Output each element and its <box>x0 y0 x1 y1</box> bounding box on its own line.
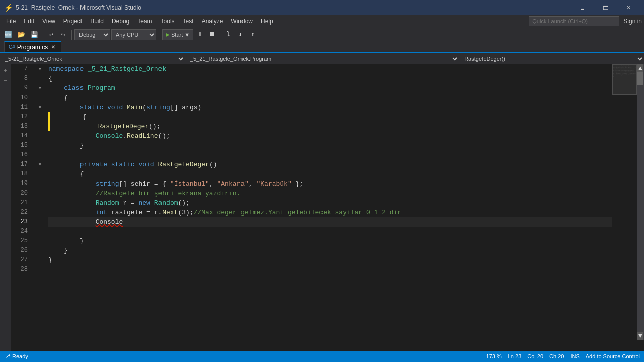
fold-indicator-27 <box>36 255 44 265</box>
code-line-28[interactable] <box>48 265 612 275</box>
text-cursor <box>123 218 123 226</box>
menu-help[interactable]: Help <box>257 15 277 27</box>
menu-tools[interactable]: Tools <box>156 15 179 27</box>
namespace-dropdown[interactable]: _5_21_Rastgele_Ornek.Program <box>185 53 459 64</box>
platform-dropdown[interactable]: Any CPU x86 x64 <box>111 29 156 40</box>
code-line-17[interactable]: private static void RastgeleDeger() <box>48 160 612 169</box>
col-status[interactable]: Col 20 <box>527 353 543 359</box>
code-line-8[interactable]: { <box>48 74 612 83</box>
ins-status[interactable]: INS <box>570 353 579 359</box>
code-line-12[interactable]: { <box>48 112 612 122</box>
redo-button[interactable]: ↪ <box>58 29 69 40</box>
toolbar: 🆕 📂 💾 ↩ ↪ Debug Release Any CPU x86 x64 … <box>0 27 644 42</box>
start-label: Start <box>171 32 183 38</box>
vertical-scrollbar[interactable]: ▲ ▼ <box>637 64 644 340</box>
menu-view[interactable]: View <box>38 15 59 27</box>
fold-indicator-15 <box>36 141 44 150</box>
code-line-21[interactable]: Random r = new Random(); <box>48 198 612 208</box>
start-dropdown-icon[interactable]: ▼ <box>184 32 190 38</box>
fold-indicator-19 <box>36 179 44 189</box>
line-number-9: 9 <box>13 83 32 93</box>
add-to-source-label: Add to Source Control <box>586 353 640 359</box>
code-line-13[interactable]: RastgeleDeger(); <box>48 122 612 131</box>
ch-value: Ch 20 <box>549 353 564 359</box>
stop-button[interactable]: ⏹ <box>206 29 217 40</box>
code-line-10[interactable]: { <box>48 93 612 103</box>
code-line-25[interactable]: } <box>48 236 612 246</box>
code-line-11[interactable]: static void Main(string[] args) <box>48 103 612 112</box>
quick-launch-input[interactable] <box>529 16 619 26</box>
fold-indicator-8 <box>36 74 44 83</box>
tab-close-button[interactable]: ✕ <box>50 44 57 51</box>
tab-bar: C# Program.cs ✕ <box>0 42 644 53</box>
code-line-16[interactable] <box>48 150 612 160</box>
pause-button[interactable]: ⏸ <box>194 29 205 40</box>
tab-program-cs[interactable]: C# Program.cs ✕ <box>4 41 61 52</box>
fold-indicator-22 <box>36 208 44 217</box>
fold-indicator-23 <box>36 217 44 227</box>
method-dropdown[interactable]: RastgeleDeger() <box>459 53 644 64</box>
menu-file[interactable]: File <box>2 15 20 27</box>
menu-debug[interactable]: Debug <box>108 15 133 27</box>
fold-indicator-16 <box>36 150 44 160</box>
line-number-22: 22 <box>13 208 32 217</box>
step-out-button[interactable]: ⬆ <box>247 29 258 40</box>
line-status[interactable]: Ln 23 <box>508 353 522 359</box>
source-control-status[interactable]: ⎇ Ready <box>4 353 28 360</box>
undo-button[interactable]: ↩ <box>46 29 57 40</box>
collapse-all-button[interactable]: − <box>1 76 10 85</box>
line-number-10: 10 <box>13 93 32 103</box>
new-project-button[interactable]: 🆕 <box>2 29 14 40</box>
menu-project[interactable]: Project <box>59 15 86 27</box>
expand-all-button[interactable]: + <box>1 66 10 75</box>
close-button[interactable]: ✕ <box>617 0 640 15</box>
menu-analyze[interactable]: Analyze <box>198 15 227 27</box>
project-dropdown[interactable]: _5-21_Rastgele_Ornek <box>0 53 185 64</box>
open-file-button[interactable]: 📂 <box>15 29 27 40</box>
fold-indicator-7[interactable]: ▼ <box>36 64 44 74</box>
fold-indicator-11[interactable]: ▼ <box>36 103 44 112</box>
menu-window[interactable]: Window <box>227 15 257 27</box>
code-area[interactable]: namespace _5_21_Rastgele_Ornek{ class Pr… <box>44 64 612 340</box>
fold-indicator-9[interactable]: ▼ <box>36 83 44 93</box>
code-line-9[interactable]: class Program <box>48 83 612 93</box>
path-bar: _5-21_Rastgele_Ornek _5_21_Rastgele_Orne… <box>0 53 644 64</box>
fold-indicator-12 <box>36 112 44 122</box>
minimize-button[interactable]: 🗕 <box>571 0 594 15</box>
scroll-up-button[interactable]: ▲ <box>637 64 643 72</box>
menu-test[interactable]: Test <box>179 15 198 27</box>
code-line-18[interactable]: { <box>48 169 612 179</box>
code-line-20[interactable]: //Rastgele bir şehri ekrana yazdırın. <box>48 189 612 198</box>
menu-edit[interactable]: Edit <box>20 15 38 27</box>
code-line-26[interactable]: } <box>48 246 612 255</box>
code-line-7[interactable]: namespace _5_21_Rastgele_Ornek <box>48 64 612 74</box>
code-line-14[interactable]: Console.ReadLine(); <box>48 131 612 141</box>
maximize-button[interactable]: 🗖 <box>594 0 617 15</box>
scroll-thumb[interactable] <box>637 72 643 85</box>
step-into-button[interactable]: ⬇ <box>235 29 246 40</box>
minimap: namespace _5_21_Rastgele_Ornek { class P… <box>612 64 637 340</box>
code-line-22[interactable]: int rastgele = r.Next(3);//Max deger gel… <box>48 208 612 217</box>
code-line-24[interactable] <box>48 227 612 236</box>
code-line-15[interactable]: } <box>48 141 612 150</box>
zoom-status[interactable]: 173 % <box>486 353 502 359</box>
add-to-source-status[interactable]: Add to Source Control <box>586 353 640 359</box>
editor-container: 7891011121314151617181920212223242526272… <box>11 64 644 340</box>
fold-indicator-17[interactable]: ▼ <box>36 160 44 169</box>
line-number-28: 28 <box>13 265 32 275</box>
code-line-23[interactable]: Console <box>48 217 612 227</box>
code-line-27[interactable]: } <box>48 255 612 265</box>
sign-in-button[interactable]: Sign in <box>623 18 642 25</box>
ch-status: Ch 20 <box>549 353 564 359</box>
debug-mode-dropdown[interactable]: Debug Release <box>74 29 110 40</box>
menu-build[interactable]: Build <box>86 15 108 27</box>
start-button[interactable]: ▶ Start ▼ <box>162 29 193 40</box>
code-line-19[interactable]: string[] sehir = { "İstanbul", "Ankara",… <box>48 179 612 189</box>
line-numbers: 7891011121314151617181920212223242526272… <box>11 64 36 340</box>
fold-indicator-14 <box>36 131 44 141</box>
menu-team[interactable]: Team <box>133 15 156 27</box>
step-over-button[interactable]: ⤵ <box>223 29 234 40</box>
save-button[interactable]: 💾 <box>28 29 40 40</box>
main-content: + − 789101112131415161718192021222324252… <box>0 64 644 351</box>
scroll-down-button[interactable]: ▼ <box>637 332 643 340</box>
